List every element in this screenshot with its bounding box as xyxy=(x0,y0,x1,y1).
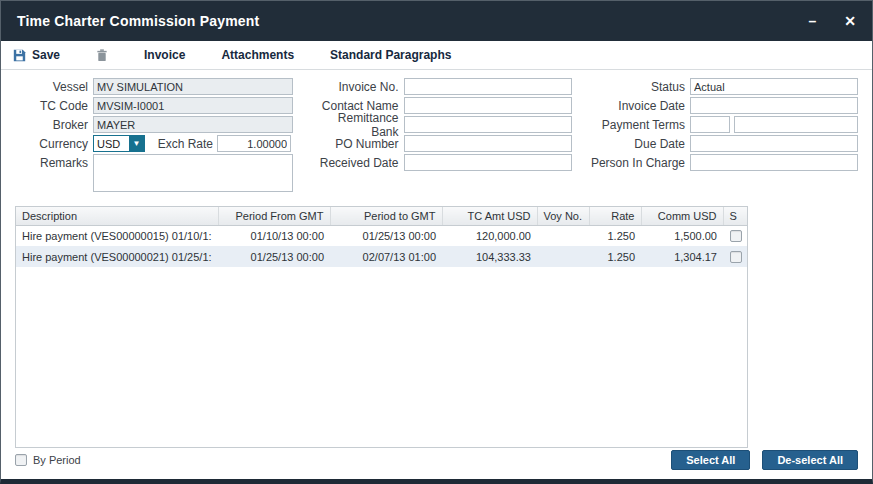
by-period-control[interactable]: By Period xyxy=(15,454,81,466)
exch-rate-field[interactable] xyxy=(217,135,291,152)
broker-label: Broker xyxy=(15,118,93,132)
deselect-all-button[interactable]: De-select All xyxy=(762,450,858,470)
cell-description: Hire payment (VES00000021) 01/25/1: xyxy=(16,246,218,267)
table-row[interactable]: Hire payment (VES00000015) 01/10/1: 01/1… xyxy=(16,225,748,246)
attachments-label: Attachments xyxy=(221,48,294,62)
commission-grid: Description Period From GMT Period to GM… xyxy=(15,206,748,448)
minimize-button[interactable]: – xyxy=(808,14,816,28)
remarks-label: Remarks xyxy=(15,154,93,170)
commission-table: Description Period From GMT Period to GM… xyxy=(16,207,748,267)
cell-comm: 1,304.17 xyxy=(641,246,723,267)
close-button[interactable]: ✕ xyxy=(844,14,856,28)
column-header-select[interactable]: S xyxy=(723,207,748,225)
tc-code-field[interactable] xyxy=(93,97,293,114)
column-header-tc-amt[interactable]: TC Amt USD xyxy=(442,207,537,225)
table-header-row: Description Period From GMT Period to GM… xyxy=(16,207,748,225)
cell-voy-no xyxy=(537,225,589,246)
broker-field[interactable] xyxy=(93,116,293,133)
column-header-comm[interactable]: Comm USD xyxy=(641,207,723,225)
column-header-description[interactable]: Description xyxy=(16,207,218,225)
form-column-left: Vessel TC Code Broker Currency USD ▼ Exc… xyxy=(15,78,293,194)
form-column-middle: Invoice No. Contact Name Remittance Bank… xyxy=(308,78,572,194)
currency-value: USD xyxy=(94,138,129,150)
window-title: Time Charter Commission Payment xyxy=(17,13,259,29)
payment-terms-label: Payment Terms xyxy=(586,118,690,132)
cell-period-to: 01/25/13 00:00 xyxy=(330,225,442,246)
column-header-rate[interactable]: Rate xyxy=(589,207,641,225)
remarks-field[interactable] xyxy=(93,154,293,192)
footer-bar: By Period Select All De-select All xyxy=(1,450,872,479)
due-date-label: Due Date xyxy=(586,137,690,151)
currency-select[interactable]: USD ▼ xyxy=(93,135,145,152)
column-header-period-from[interactable]: Period From GMT xyxy=(218,207,330,225)
column-header-period-to[interactable]: Period to GMT xyxy=(330,207,442,225)
attachments-button[interactable]: Attachments xyxy=(221,48,294,62)
cell-period-to: 02/07/13 01:00 xyxy=(330,246,442,267)
column-header-voy-no[interactable]: Voy No. xyxy=(537,207,589,225)
received-date-label: Received Date xyxy=(308,156,404,170)
table-row[interactable]: Hire payment (VES00000021) 01/25/1: 01/2… xyxy=(16,246,748,267)
chevron-down-icon: ▼ xyxy=(129,136,144,151)
cell-rate: 1.250 xyxy=(589,225,641,246)
person-in-charge-field[interactable] xyxy=(690,154,858,171)
vessel-label: Vessel xyxy=(15,80,93,94)
tc-code-label: TC Code xyxy=(15,99,93,113)
status-field[interactable] xyxy=(690,78,858,95)
invoice-label: Invoice xyxy=(144,48,185,62)
select-all-button[interactable]: Select All xyxy=(671,450,750,470)
delete-button[interactable] xyxy=(96,49,108,62)
status-label: Status xyxy=(586,80,690,94)
cell-comm: 1,500.00 xyxy=(641,225,723,246)
currency-label: Currency xyxy=(15,137,93,151)
standard-paragraphs-label: Standard Paragraphs xyxy=(330,48,451,62)
payment-terms-code-field[interactable] xyxy=(690,116,730,133)
save-label: Save xyxy=(32,48,60,62)
trash-icon xyxy=(96,49,108,62)
remittance-bank-field[interactable] xyxy=(404,116,572,133)
cell-period-from: 01/25/13 00:00 xyxy=(218,246,330,267)
received-date-field[interactable] xyxy=(404,154,572,171)
cell-rate: 1.250 xyxy=(589,246,641,267)
payment-terms-desc-field[interactable] xyxy=(734,116,858,133)
footer-buttons: Select All De-select All xyxy=(671,450,858,470)
invoice-no-field[interactable] xyxy=(404,78,572,95)
exch-rate-label: Exch Rate xyxy=(153,137,213,151)
save-button[interactable]: Save xyxy=(13,48,60,62)
titlebar: Time Charter Commission Payment – ✕ xyxy=(1,1,872,41)
window-controls: – ✕ xyxy=(808,14,856,28)
invoice-date-label: Invoice Date xyxy=(586,99,690,113)
by-period-label: By Period xyxy=(33,454,81,466)
invoice-date-field[interactable] xyxy=(690,97,858,114)
dialog-window: Time Charter Commission Payment – ✕ Save xyxy=(0,0,873,484)
save-icon xyxy=(13,49,26,62)
form-area: Vessel TC Code Broker Currency USD ▼ Exc… xyxy=(1,70,872,196)
form-column-right: Status Invoice Date Payment Terms Due Da… xyxy=(586,78,858,194)
invoice-button[interactable]: Invoice xyxy=(144,48,185,62)
due-date-field[interactable] xyxy=(690,135,858,152)
contact-name-field[interactable] xyxy=(404,97,572,114)
toolbar: Save Invoice Attachments Standard Paragr… xyxy=(1,41,872,70)
invoice-no-label: Invoice No. xyxy=(308,80,404,94)
cell-period-from: 01/10/13 00:00 xyxy=(218,225,330,246)
row-select-checkbox[interactable] xyxy=(730,251,742,263)
vessel-field[interactable] xyxy=(93,78,293,95)
row-select-checkbox[interactable] xyxy=(730,230,742,242)
by-period-checkbox[interactable] xyxy=(15,454,27,466)
po-number-field[interactable] xyxy=(404,135,572,152)
cell-tc-amt: 120,000.00 xyxy=(442,225,537,246)
po-number-label: PO Number xyxy=(308,137,404,151)
person-in-charge-label: Person In Charge xyxy=(586,156,690,170)
cell-tc-amt: 104,333.33 xyxy=(442,246,537,267)
standard-paragraphs-button[interactable]: Standard Paragraphs xyxy=(330,48,451,62)
cell-description: Hire payment (VES00000015) 01/10/1: xyxy=(16,225,218,246)
cell-voy-no xyxy=(537,246,589,267)
